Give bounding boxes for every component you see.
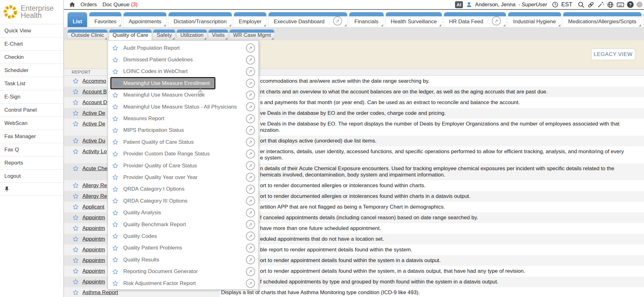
legacy-view-button[interactable]: LEGACY VIEW [591,48,635,60]
open-in-new-icon[interactable]: ↗ [246,255,255,264]
favorite-star-icon[interactable] [73,279,79,285]
report-link[interactable]: Appointm [82,247,105,253]
ai-badge[interactable]: AI [455,1,463,8]
open-in-new-icon[interactable]: ↗ [246,196,255,205]
favorite-star-icon[interactable] [73,204,79,210]
favorite-star-icon[interactable] [112,186,118,192]
favorite-star-icon[interactable] [73,247,79,253]
favorite-star-icon[interactable] [112,127,118,133]
menu-item-quality-analysis[interactable]: Quality Analysis↗ [108,207,258,218]
open-in-new-icon[interactable]: ↗ [246,161,255,170]
report-link[interactable]: Appointm [82,236,105,242]
favorite-star-icon[interactable] [112,163,118,169]
menu-item-mips-participation-status[interactable]: MIPS Participation Status↗ [108,125,258,136]
menu-item-quality-patient-problems[interactable]: Quality Patient Problems↗ [108,242,258,254]
sidebar-item-logout[interactable]: Logout [0,170,64,183]
favorite-star-icon[interactable] [73,257,79,263]
favorite-star-icon[interactable] [112,116,118,122]
favorite-star-icon[interactable] [73,225,79,231]
user-name[interactable]: Anderson, Jenna [475,2,516,8]
menu-item-meaningful-use-measure-enrollment[interactable]: Meaningful Use Measure Enrollment↗ [108,77,258,89]
favorite-star-icon[interactable] [73,78,79,84]
menu-item-measures-report[interactable]: Measures Report↗ [108,113,258,124]
breadcrumb-item-orders[interactable]: Orders [80,2,97,8]
help-icon[interactable]: ? [627,1,634,8]
report-link[interactable]: Activity Lo [82,148,107,155]
tab-dictation-transcription[interactable]: Dictation/Transcription [169,12,232,27]
open-in-new-icon[interactable]: ↗ [246,220,255,229]
favorite-star-icon[interactable] [73,138,79,144]
menu-item-qrda-category-i-options[interactable]: QRDA Category I Options↗ [108,183,258,195]
globe-icon[interactable] [607,1,614,8]
open-in-new-icon[interactable]: ↗ [246,267,255,276]
favorite-star-icon[interactable] [73,89,79,95]
favorite-star-icon[interactable] [112,57,118,63]
sidebar-item-reports[interactable]: Reports [0,156,64,170]
favorite-star-icon[interactable] [114,80,119,86]
favorite-star-icon[interactable] [112,92,118,98]
open-in-new-icon[interactable]: ↗ [246,43,255,53]
tab-hr-data-feed[interactable]: HR Data Feed↗ [444,12,506,27]
report-link[interactable]: Active De [82,110,105,116]
tab-medications-allergies-scripts[interactable]: Medications/Allergies/Scripts [563,12,641,27]
tab-executive-dashboard[interactable]: Executive Dashboard↗ [269,12,347,27]
tab-financials[interactable]: Financials [349,12,384,27]
favorite-star-icon[interactable] [112,151,118,157]
open-in-new-icon[interactable]: ↗ [246,91,255,100]
favorite-star-icon[interactable] [73,148,79,154]
favorite-star-icon[interactable] [73,121,79,127]
menu-item-qrda-category-iii-options[interactable]: QRDA Category III Options↗ [108,195,258,207]
tab-utilization[interactable]: Utilization [177,30,207,40]
report-column-header[interactable]: REPORT [72,70,91,75]
menu-item-loinc-codes-in-webchart[interactable]: LOINC Codes in WebChart↗ [108,66,258,77]
sidebar-item-fax-q[interactable]: Fax Q [0,143,64,156]
favorite-star-icon[interactable] [112,139,118,145]
report-link[interactable]: Account D [82,99,107,106]
open-in-new-icon[interactable]: ↗ [246,102,255,111]
sidebar-pin-button[interactable] [0,183,64,196]
menu-item-risk-adjustment-factor-report[interactable]: Risk Adjustment Factor Report↗ [108,277,258,289]
open-in-new-icon[interactable]: ↗ [246,126,255,135]
favorite-star-icon[interactable] [112,233,118,239]
favorite-star-icon[interactable] [73,193,79,199]
menu-item-meaningful-use-measure-override[interactable]: Meaningful Use Measure Override↗ [108,89,258,101]
sidebar-item-e-chart[interactable]: E-Chart [0,37,64,51]
open-in-new-icon[interactable]: ↗ [246,79,255,88]
favorite-star-icon[interactable] [73,236,79,242]
favorite-star-icon[interactable] [112,45,118,51]
breadcrumb-item-doc-queue[interactable]: Doc Queue (3) [103,2,138,8]
search-icon[interactable] [578,1,585,8]
open-in-new-icon[interactable]: ↗ [246,67,255,76]
link-icon[interactable] [587,1,594,8]
report-link[interactable]: Allergy Re [82,182,107,189]
report-link[interactable]: Asthma Report [82,289,118,296]
favorite-star-icon[interactable] [112,69,118,75]
sidebar-item-quick-view[interactable]: Quick View [0,24,64,37]
tab-list[interactable]: List [68,12,87,27]
menu-item-quality-benchmark-report[interactable]: Quality Benchmark Report↗ [108,219,258,230]
report-link[interactable]: Appointm [82,268,105,274]
report-link[interactable]: Accommo [82,78,106,84]
keyboard-icon[interactable] [617,1,624,8]
tab-wr-case-mgmt[interactable]: WR Case Mgmt [230,30,274,40]
favorite-star-icon[interactable] [73,110,79,116]
open-in-new-icon[interactable]: ↗ [246,137,255,147]
menu-item-audit-population-report[interactable]: Audit Population Report↗ [108,42,258,54]
open-in-new-icon[interactable]: ↗ [246,114,255,123]
open-in-new-icon[interactable]: ↗ [246,232,255,241]
report-link[interactable]: Appointm [82,279,105,285]
favorite-star-icon[interactable] [73,182,79,188]
sidebar-item-control-panel[interactable]: Control Panel [0,104,64,117]
report-link[interactable]: Account B [82,89,107,95]
home-icon[interactable] [69,2,75,8]
menu-item-patient-quality-of-care-status[interactable]: Patient Quality of Care Status↗ [108,136,258,148]
tab-appointments[interactable]: Appointments [124,12,166,27]
tab-safety[interactable]: Safety [153,30,175,40]
open-in-new-icon[interactable]: ↗ [246,244,255,253]
favorite-star-icon[interactable] [73,289,79,295]
user-icon[interactable] [466,2,472,8]
open-in-new-icon[interactable]: ↗ [333,16,342,25]
report-link[interactable]: Active Du [82,138,105,144]
open-in-new-icon[interactable]: ↗ [246,55,255,64]
status-circle-icon[interactable] [636,2,642,8]
